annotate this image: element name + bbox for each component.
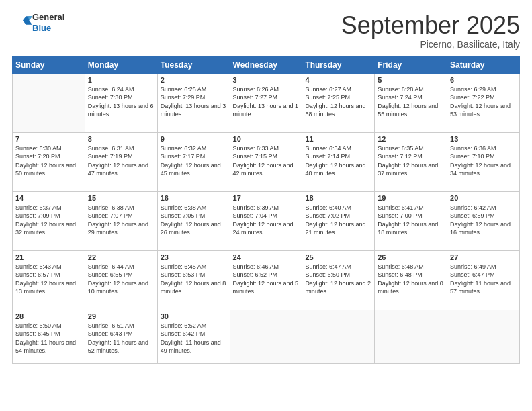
- calendar-cell: 19Sunrise: 6:41 AMSunset: 7:00 PMDayligh…: [375, 191, 447, 250]
- day-info: Sunrise: 6:35 AMSunset: 7:12 PMDaylight:…: [378, 144, 444, 178]
- day-number: 22: [88, 253, 154, 261]
- day-number: 19: [378, 194, 444, 202]
- calendar-cell: [375, 310, 447, 363]
- day-number: 28: [15, 312, 82, 320]
- day-info: Sunrise: 6:50 AMSunset: 6:45 PMDaylight:…: [15, 322, 82, 355]
- day-number: 27: [450, 253, 517, 261]
- day-info: Sunrise: 6:40 AMSunset: 7:02 PMDaylight:…: [305, 203, 371, 237]
- day-number: 24: [233, 253, 300, 261]
- day-number: 25: [305, 253, 371, 261]
- day-info: Sunrise: 6:34 AMSunset: 7:14 PMDaylight:…: [305, 144, 371, 178]
- day-number: 4: [305, 76, 371, 84]
- logo-general-text: General: [32, 12, 64, 23]
- weekday-header-tuesday: Tuesday: [157, 56, 230, 73]
- calendar-cell: 23Sunrise: 6:45 AMSunset: 6:53 PMDayligh…: [157, 250, 230, 310]
- calendar-cell: 5Sunrise: 6:28 AMSunset: 7:24 PMDaylight…: [375, 73, 447, 132]
- calendar-cell: 7Sunrise: 6:30 AMSunset: 7:20 PMDaylight…: [13, 132, 85, 191]
- calendar-cell: 18Sunrise: 6:40 AMSunset: 7:02 PMDayligh…: [302, 191, 375, 250]
- day-number: 12: [378, 135, 444, 143]
- day-info: Sunrise: 6:52 AMSunset: 6:42 PMDaylight:…: [161, 322, 227, 355]
- day-number: 8: [88, 135, 154, 143]
- day-info: Sunrise: 6:38 AMSunset: 7:05 PMDaylight:…: [161, 203, 227, 237]
- calendar-cell: 28Sunrise: 6:50 AMSunset: 6:45 PMDayligh…: [13, 310, 85, 363]
- weekday-header-thursday: Thursday: [302, 56, 375, 73]
- day-number: 16: [161, 194, 227, 202]
- calendar-week-4: 21Sunrise: 6:43 AMSunset: 6:57 PMDayligh…: [13, 250, 520, 310]
- calendar-cell: 14Sunrise: 6:37 AMSunset: 7:09 PMDayligh…: [13, 191, 85, 250]
- calendar-cell: 24Sunrise: 6:46 AMSunset: 6:52 PMDayligh…: [230, 250, 302, 310]
- day-info: Sunrise: 6:26 AMSunset: 7:27 PMDaylight:…: [233, 85, 300, 119]
- logo: General Blue: [12, 12, 64, 34]
- day-info: Sunrise: 6:29 AMSunset: 7:22 PMDaylight:…: [450, 85, 517, 119]
- calendar-cell: 25Sunrise: 6:47 AMSunset: 6:50 PMDayligh…: [302, 250, 375, 310]
- calendar-cell: 15Sunrise: 6:38 AMSunset: 7:07 PMDayligh…: [85, 191, 157, 250]
- calendar-week-2: 7Sunrise: 6:30 AMSunset: 7:20 PMDaylight…: [13, 132, 520, 191]
- calendar-cell: [230, 310, 302, 363]
- calendar-week-5: 28Sunrise: 6:50 AMSunset: 6:45 PMDayligh…: [13, 310, 520, 363]
- day-number: 5: [378, 76, 444, 84]
- calendar-cell: 9Sunrise: 6:32 AMSunset: 7:17 PMDaylight…: [157, 132, 230, 191]
- day-number: 1: [88, 76, 154, 84]
- calendar-cell: 1Sunrise: 6:24 AMSunset: 7:30 PMDaylight…: [85, 73, 157, 132]
- day-info: Sunrise: 6:33 AMSunset: 7:15 PMDaylight:…: [233, 144, 300, 178]
- weekday-header-saturday: Saturday: [447, 56, 520, 73]
- calendar-cell: 22Sunrise: 6:44 AMSunset: 6:55 PMDayligh…: [85, 250, 157, 310]
- day-number: 9: [161, 135, 227, 143]
- day-number: 2: [161, 76, 227, 84]
- calendar-cell: 29Sunrise: 6:51 AMSunset: 6:43 PMDayligh…: [85, 310, 157, 363]
- day-info: Sunrise: 6:49 AMSunset: 6:47 PMDaylight:…: [450, 263, 517, 296]
- day-info: Sunrise: 6:46 AMSunset: 6:52 PMDaylight:…: [233, 263, 300, 296]
- day-info: Sunrise: 6:24 AMSunset: 7:30 PMDaylight:…: [88, 85, 154, 119]
- day-info: Sunrise: 6:31 AMSunset: 7:19 PMDaylight:…: [88, 144, 154, 178]
- day-info: Sunrise: 6:37 AMSunset: 7:09 PMDaylight:…: [15, 203, 82, 237]
- weekday-header-friday: Friday: [375, 56, 447, 73]
- day-number: 11: [305, 135, 371, 143]
- calendar-cell: 11Sunrise: 6:34 AMSunset: 7:14 PMDayligh…: [302, 132, 375, 191]
- calendar-cell: 2Sunrise: 6:25 AMSunset: 7:29 PMDaylight…: [157, 73, 230, 132]
- calendar-cell: 13Sunrise: 6:36 AMSunset: 7:10 PMDayligh…: [447, 132, 520, 191]
- day-info: Sunrise: 6:42 AMSunset: 6:59 PMDaylight:…: [450, 203, 517, 237]
- location: Picerno, Basilicate, Italy: [341, 39, 520, 50]
- day-number: 7: [15, 135, 82, 143]
- day-number: 14: [15, 194, 82, 202]
- title-block: September 2025 Picerno, Basilicate, Ital…: [341, 12, 520, 50]
- calendar-cell: 17Sunrise: 6:39 AMSunset: 7:04 PMDayligh…: [230, 191, 302, 250]
- day-info: Sunrise: 6:47 AMSunset: 6:50 PMDaylight:…: [305, 263, 371, 296]
- logo-blue-text: Blue: [32, 23, 64, 34]
- day-number: 29: [88, 312, 154, 320]
- calendar-cell: 8Sunrise: 6:31 AMSunset: 7:19 PMDaylight…: [85, 132, 157, 191]
- weekday-header-sunday: Sunday: [13, 56, 85, 73]
- calendar-cell: [302, 310, 375, 363]
- day-info: Sunrise: 6:51 AMSunset: 6:43 PMDaylight:…: [88, 322, 154, 355]
- day-number: 23: [161, 253, 227, 261]
- calendar-cell: 21Sunrise: 6:43 AMSunset: 6:57 PMDayligh…: [13, 250, 85, 310]
- day-info: Sunrise: 6:45 AMSunset: 6:53 PMDaylight:…: [161, 263, 227, 296]
- calendar-cell: 20Sunrise: 6:42 AMSunset: 6:59 PMDayligh…: [447, 191, 520, 250]
- day-info: Sunrise: 6:28 AMSunset: 7:24 PMDaylight:…: [378, 85, 444, 119]
- day-number: 20: [450, 194, 517, 202]
- day-info: Sunrise: 6:36 AMSunset: 7:10 PMDaylight:…: [450, 144, 517, 178]
- calendar-week-1: 1Sunrise: 6:24 AMSunset: 7:30 PMDaylight…: [13, 73, 520, 132]
- day-number: 17: [233, 194, 300, 202]
- calendar-table: SundayMondayTuesdayWednesdayThursdayFrid…: [12, 56, 520, 364]
- header: General Blue September 2025 Picerno, Bas…: [12, 12, 520, 50]
- weekday-header-row: SundayMondayTuesdayWednesdayThursdayFrid…: [13, 56, 520, 73]
- day-info: Sunrise: 6:39 AMSunset: 7:04 PMDaylight:…: [233, 203, 300, 237]
- calendar-cell: [447, 310, 520, 363]
- calendar-cell: 3Sunrise: 6:26 AMSunset: 7:27 PMDaylight…: [230, 73, 302, 132]
- day-number: 6: [450, 76, 517, 84]
- calendar-cell: 12Sunrise: 6:35 AMSunset: 7:12 PMDayligh…: [375, 132, 447, 191]
- calendar-cell: 4Sunrise: 6:27 AMSunset: 7:25 PMDaylight…: [302, 73, 375, 132]
- day-info: Sunrise: 6:44 AMSunset: 6:55 PMDaylight:…: [88, 263, 154, 296]
- day-number: 3: [233, 76, 300, 84]
- day-info: Sunrise: 6:43 AMSunset: 6:57 PMDaylight:…: [15, 263, 82, 296]
- day-number: 18: [305, 194, 371, 202]
- day-info: Sunrise: 6:30 AMSunset: 7:20 PMDaylight:…: [15, 144, 82, 178]
- day-info: Sunrise: 6:27 AMSunset: 7:25 PMDaylight:…: [305, 85, 371, 119]
- day-number: 26: [378, 253, 444, 261]
- day-number: 30: [161, 312, 227, 320]
- calendar-cell: 26Sunrise: 6:48 AMSunset: 6:48 PMDayligh…: [375, 250, 447, 310]
- day-info: Sunrise: 6:48 AMSunset: 6:48 PMDaylight:…: [378, 263, 444, 296]
- calendar-cell: 30Sunrise: 6:52 AMSunset: 6:42 PMDayligh…: [157, 310, 230, 363]
- day-number: 13: [450, 135, 517, 143]
